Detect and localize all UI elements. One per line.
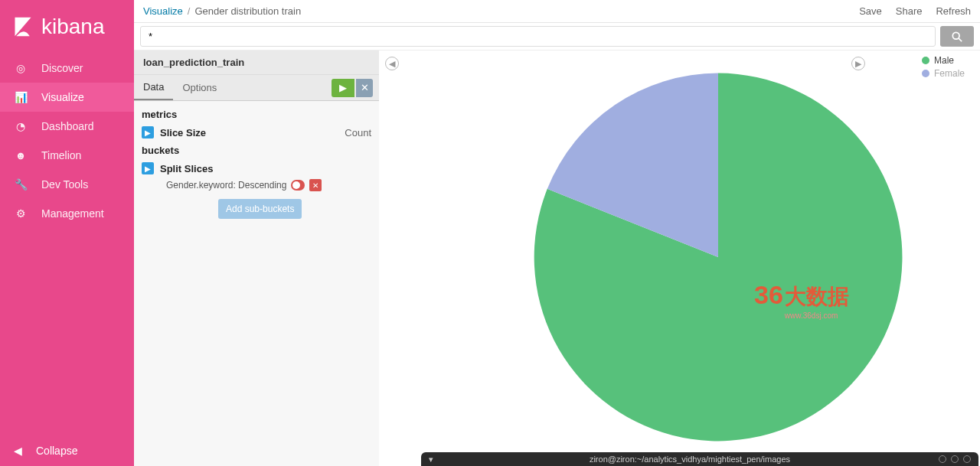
sidebar: kibana ◎Discover 📊Visualize ◔Dashboard ☻… — [0, 0, 134, 466]
legend: Male Female — [922, 55, 965, 81]
bucket-order: Gender.keyword: Descending — [166, 180, 286, 191]
pie-chart[interactable] — [527, 66, 910, 448]
legend-dot-icon — [922, 70, 929, 77]
config-panel: loan_prediction_train Data Options ▶ ✕ m… — [134, 51, 379, 466]
search-button[interactable] — [940, 26, 974, 47]
bucket-detail: Gender.keyword: Descending ✕ — [142, 178, 371, 199]
nav-devtools[interactable]: 🔧Dev Tools — [0, 170, 134, 199]
tab-options[interactable]: Options — [173, 76, 226, 99]
top-actions: Save Share Refresh — [859, 5, 971, 17]
bucket-row[interactable]: ▶ Split Slices — [142, 159, 371, 178]
breadcrumb-root[interactable]: Visualize — [143, 5, 183, 17]
brand-logo: kibana — [0, 0, 134, 54]
breadcrumb-sep: / — [188, 5, 191, 17]
terminal-bar[interactable]: ▾ ziron@ziron:~/analytics_vidhya/mightie… — [421, 452, 978, 466]
add-sub-buckets-button[interactable]: Add sub-buckets — [218, 199, 302, 219]
nav-visualize[interactable]: 📊Visualize — [0, 83, 134, 112]
breadcrumb-page: Gender distribution train — [194, 5, 301, 17]
close-icon[interactable] — [963, 455, 971, 463]
svg-line-1 — [959, 37, 962, 41]
buckets-heading: buckets — [142, 142, 371, 159]
brand-text: kibana — [41, 15, 105, 39]
chevron-down-icon[interactable]: ▾ — [421, 455, 441, 464]
tab-data[interactable]: Data — [134, 75, 173, 100]
kibana-icon — [12, 16, 34, 37]
minimize-icon[interactable] — [939, 455, 946, 463]
nav-dashboard[interactable]: ◔Dashboard — [0, 112, 134, 141]
bucket-label: Split Slices — [160, 163, 213, 174]
legend-item-female[interactable]: Female — [922, 68, 965, 79]
topbar: Visualize / Gender distribution train Sa… — [134, 0, 980, 23]
index-pattern[interactable]: loan_prediction_train — [134, 51, 379, 75]
workspace: loan_prediction_train Data Options ▶ ✕ m… — [134, 51, 980, 466]
caret-icon: ▶ — [142, 162, 154, 174]
panel-collapse-left[interactable]: ◀ — [385, 57, 399, 70]
window-buttons — [939, 455, 978, 463]
apply-button[interactable]: ▶ — [332, 79, 354, 97]
share-button[interactable]: Share — [896, 5, 923, 17]
visualization-area: ◀ ▶ Male Female field value Count — [379, 51, 980, 466]
terminal-path: ziron@ziron:~/analytics_vidhya/mightiest… — [441, 455, 939, 464]
nav-discover[interactable]: ◎Discover — [0, 54, 134, 83]
refresh-button[interactable]: Refresh — [936, 5, 971, 17]
metric-row[interactable]: ▶ Slice Size Count — [142, 123, 371, 142]
collapse-button[interactable]: ◀Collapse — [0, 435, 134, 466]
nav-management[interactable]: ⚙Management — [0, 199, 134, 228]
config-tabs: Data Options ▶ ✕ — [134, 75, 379, 101]
save-button[interactable]: Save — [859, 5, 882, 17]
caret-icon: ▶ — [142, 126, 154, 138]
toggle-switch[interactable] — [291, 180, 305, 191]
nav-timelion[interactable]: ☻Timelion — [0, 141, 134, 170]
nav: ◎Discover 📊Visualize ◔Dashboard ☻Timelio… — [0, 54, 134, 435]
metric-label: Slice Size — [160, 127, 206, 138]
metrics-heading: metrics — [142, 106, 371, 123]
legend-item-male[interactable]: Male — [922, 55, 965, 66]
metric-agg: Count — [345, 127, 371, 138]
main: Visualize / Gender distribution train Sa… — [134, 0, 980, 466]
legend-dot-icon — [922, 57, 929, 64]
search-icon — [952, 31, 962, 42]
discard-button[interactable]: ✕ — [356, 79, 373, 97]
query-bar — [134, 23, 980, 51]
delete-bucket-button[interactable]: ✕ — [309, 179, 322, 191]
maximize-icon[interactable] — [951, 455, 959, 463]
query-input[interactable] — [140, 26, 936, 47]
